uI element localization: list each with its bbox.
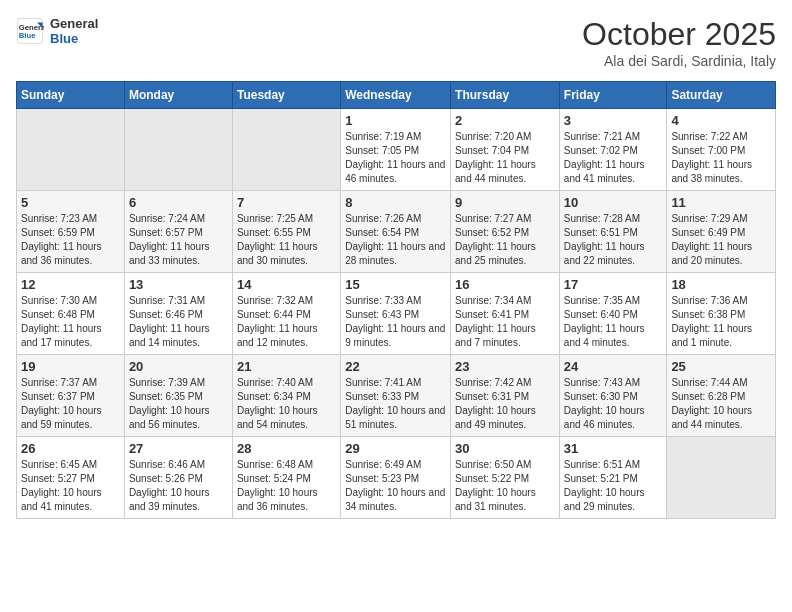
day-info: Sunrise: 6:46 AM Sunset: 5:26 PM Dayligh… (129, 458, 228, 514)
day-number: 30 (455, 441, 555, 456)
weekday-header-row: SundayMondayTuesdayWednesdayThursdayFrid… (17, 82, 776, 109)
calendar-cell: 7Sunrise: 7:25 AM Sunset: 6:55 PM Daylig… (232, 191, 340, 273)
day-info: Sunrise: 6:50 AM Sunset: 5:22 PM Dayligh… (455, 458, 555, 514)
calendar-body: 1Sunrise: 7:19 AM Sunset: 7:05 PM Daylig… (17, 109, 776, 519)
calendar-cell: 4Sunrise: 7:22 AM Sunset: 7:00 PM Daylig… (667, 109, 776, 191)
calendar-cell: 14Sunrise: 7:32 AM Sunset: 6:44 PM Dayli… (232, 273, 340, 355)
calendar-cell: 20Sunrise: 7:39 AM Sunset: 6:35 PM Dayli… (124, 355, 232, 437)
weekday-header-cell: Sunday (17, 82, 125, 109)
day-info: Sunrise: 7:33 AM Sunset: 6:43 PM Dayligh… (345, 294, 446, 350)
calendar-cell: 1Sunrise: 7:19 AM Sunset: 7:05 PM Daylig… (341, 109, 451, 191)
logo-line2: Blue (50, 31, 98, 46)
day-number: 16 (455, 277, 555, 292)
day-number: 26 (21, 441, 120, 456)
calendar-cell: 16Sunrise: 7:34 AM Sunset: 6:41 PM Dayli… (451, 273, 560, 355)
calendar-week-row: 1Sunrise: 7:19 AM Sunset: 7:05 PM Daylig… (17, 109, 776, 191)
weekday-header-cell: Friday (559, 82, 667, 109)
day-info: Sunrise: 7:41 AM Sunset: 6:33 PM Dayligh… (345, 376, 446, 432)
day-number: 2 (455, 113, 555, 128)
day-info: Sunrise: 7:35 AM Sunset: 6:40 PM Dayligh… (564, 294, 663, 350)
title-block: October 2025 Ala dei Sardi, Sardinia, It… (582, 16, 776, 69)
day-number: 7 (237, 195, 336, 210)
day-number: 13 (129, 277, 228, 292)
calendar-cell (17, 109, 125, 191)
day-number: 14 (237, 277, 336, 292)
day-info: Sunrise: 7:32 AM Sunset: 6:44 PM Dayligh… (237, 294, 336, 350)
calendar-cell: 8Sunrise: 7:26 AM Sunset: 6:54 PM Daylig… (341, 191, 451, 273)
day-number: 31 (564, 441, 663, 456)
day-info: Sunrise: 6:48 AM Sunset: 5:24 PM Dayligh… (237, 458, 336, 514)
day-info: Sunrise: 7:20 AM Sunset: 7:04 PM Dayligh… (455, 130, 555, 186)
calendar-cell: 18Sunrise: 7:36 AM Sunset: 6:38 PM Dayli… (667, 273, 776, 355)
day-number: 6 (129, 195, 228, 210)
weekday-header-cell: Monday (124, 82, 232, 109)
day-number: 3 (564, 113, 663, 128)
day-number: 19 (21, 359, 120, 374)
calendar-cell (667, 437, 776, 519)
calendar-cell (232, 109, 340, 191)
calendar-week-row: 26Sunrise: 6:45 AM Sunset: 5:27 PM Dayli… (17, 437, 776, 519)
day-number: 10 (564, 195, 663, 210)
logo-line1: General (50, 16, 98, 31)
calendar-cell: 17Sunrise: 7:35 AM Sunset: 6:40 PM Dayli… (559, 273, 667, 355)
day-number: 17 (564, 277, 663, 292)
day-number: 22 (345, 359, 446, 374)
logo-icon: General Blue (16, 17, 44, 45)
day-info: Sunrise: 7:39 AM Sunset: 6:35 PM Dayligh… (129, 376, 228, 432)
day-info: Sunrise: 7:21 AM Sunset: 7:02 PM Dayligh… (564, 130, 663, 186)
calendar-cell: 27Sunrise: 6:46 AM Sunset: 5:26 PM Dayli… (124, 437, 232, 519)
svg-text:Blue: Blue (19, 31, 36, 40)
weekday-header-cell: Tuesday (232, 82, 340, 109)
day-number: 12 (21, 277, 120, 292)
day-number: 18 (671, 277, 771, 292)
day-info: Sunrise: 6:51 AM Sunset: 5:21 PM Dayligh… (564, 458, 663, 514)
calendar-cell: 22Sunrise: 7:41 AM Sunset: 6:33 PM Dayli… (341, 355, 451, 437)
day-info: Sunrise: 7:19 AM Sunset: 7:05 PM Dayligh… (345, 130, 446, 186)
calendar-cell: 13Sunrise: 7:31 AM Sunset: 6:46 PM Dayli… (124, 273, 232, 355)
day-number: 28 (237, 441, 336, 456)
day-info: Sunrise: 7:40 AM Sunset: 6:34 PM Dayligh… (237, 376, 336, 432)
day-number: 9 (455, 195, 555, 210)
day-number: 25 (671, 359, 771, 374)
day-info: Sunrise: 7:37 AM Sunset: 6:37 PM Dayligh… (21, 376, 120, 432)
calendar-week-row: 19Sunrise: 7:37 AM Sunset: 6:37 PM Dayli… (17, 355, 776, 437)
day-number: 29 (345, 441, 446, 456)
day-info: Sunrise: 7:29 AM Sunset: 6:49 PM Dayligh… (671, 212, 771, 268)
day-number: 27 (129, 441, 228, 456)
calendar-cell: 6Sunrise: 7:24 AM Sunset: 6:57 PM Daylig… (124, 191, 232, 273)
calendar-cell: 21Sunrise: 7:40 AM Sunset: 6:34 PM Dayli… (232, 355, 340, 437)
day-number: 15 (345, 277, 446, 292)
page-header: General Blue General Blue October 2025 A… (16, 16, 776, 69)
day-number: 1 (345, 113, 446, 128)
calendar-cell: 10Sunrise: 7:28 AM Sunset: 6:51 PM Dayli… (559, 191, 667, 273)
day-info: Sunrise: 7:44 AM Sunset: 6:28 PM Dayligh… (671, 376, 771, 432)
day-number: 20 (129, 359, 228, 374)
day-info: Sunrise: 6:45 AM Sunset: 5:27 PM Dayligh… (21, 458, 120, 514)
location-subtitle: Ala dei Sardi, Sardinia, Italy (582, 53, 776, 69)
calendar-cell: 30Sunrise: 6:50 AM Sunset: 5:22 PM Dayli… (451, 437, 560, 519)
calendar-cell (124, 109, 232, 191)
day-info: Sunrise: 7:34 AM Sunset: 6:41 PM Dayligh… (455, 294, 555, 350)
calendar-cell: 28Sunrise: 6:48 AM Sunset: 5:24 PM Dayli… (232, 437, 340, 519)
calendar-cell: 29Sunrise: 6:49 AM Sunset: 5:23 PM Dayli… (341, 437, 451, 519)
day-number: 4 (671, 113, 771, 128)
calendar-cell: 26Sunrise: 6:45 AM Sunset: 5:27 PM Dayli… (17, 437, 125, 519)
day-info: Sunrise: 7:30 AM Sunset: 6:48 PM Dayligh… (21, 294, 120, 350)
month-title: October 2025 (582, 16, 776, 53)
calendar-cell: 5Sunrise: 7:23 AM Sunset: 6:59 PM Daylig… (17, 191, 125, 273)
day-info: Sunrise: 7:24 AM Sunset: 6:57 PM Dayligh… (129, 212, 228, 268)
calendar-table: SundayMondayTuesdayWednesdayThursdayFrid… (16, 81, 776, 519)
calendar-cell: 15Sunrise: 7:33 AM Sunset: 6:43 PM Dayli… (341, 273, 451, 355)
day-info: Sunrise: 7:22 AM Sunset: 7:00 PM Dayligh… (671, 130, 771, 186)
day-info: Sunrise: 7:23 AM Sunset: 6:59 PM Dayligh… (21, 212, 120, 268)
calendar-cell: 31Sunrise: 6:51 AM Sunset: 5:21 PM Dayli… (559, 437, 667, 519)
weekday-header-cell: Wednesday (341, 82, 451, 109)
calendar-cell: 24Sunrise: 7:43 AM Sunset: 6:30 PM Dayli… (559, 355, 667, 437)
calendar-cell: 9Sunrise: 7:27 AM Sunset: 6:52 PM Daylig… (451, 191, 560, 273)
calendar-cell: 11Sunrise: 7:29 AM Sunset: 6:49 PM Dayli… (667, 191, 776, 273)
day-info: Sunrise: 7:43 AM Sunset: 6:30 PM Dayligh… (564, 376, 663, 432)
calendar-cell: 3Sunrise: 7:21 AM Sunset: 7:02 PM Daylig… (559, 109, 667, 191)
calendar-cell: 19Sunrise: 7:37 AM Sunset: 6:37 PM Dayli… (17, 355, 125, 437)
calendar-cell: 25Sunrise: 7:44 AM Sunset: 6:28 PM Dayli… (667, 355, 776, 437)
weekday-header-cell: Thursday (451, 82, 560, 109)
